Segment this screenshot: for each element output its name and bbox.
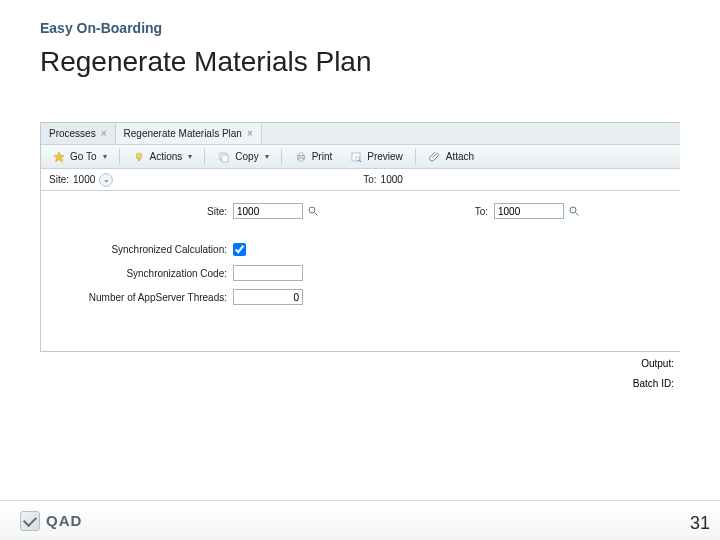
bulb-icon bbox=[132, 150, 146, 164]
svg-point-13 bbox=[570, 207, 576, 213]
slide-title: Regenerate Materials Plan bbox=[40, 46, 680, 78]
sync-code-label: Synchronization Code: bbox=[53, 268, 233, 279]
paperclip-icon bbox=[428, 150, 442, 164]
filter-to-value: 1000 bbox=[381, 174, 403, 185]
chevron-down-icon: ▾ bbox=[265, 152, 269, 161]
filter-site-label: Site: bbox=[49, 174, 69, 185]
site-label: Site: bbox=[53, 206, 233, 217]
output-labels: Output: Batch ID: bbox=[633, 358, 674, 398]
to-label: To: bbox=[450, 206, 494, 217]
batch-id-label: Batch ID: bbox=[633, 378, 674, 389]
tab-regenerate-materials-plan[interactable]: Regenerate Materials Plan × bbox=[116, 123, 262, 144]
filter-site-value: 1000 bbox=[73, 174, 95, 185]
preview-label: Preview bbox=[367, 151, 403, 162]
filter-to-label: To: bbox=[363, 174, 376, 185]
filter-bar: Site: 1000 ⌄ To: 1000 bbox=[41, 169, 680, 191]
svg-line-10 bbox=[359, 160, 361, 162]
chevron-down-icon: ▾ bbox=[188, 152, 192, 161]
preview-icon bbox=[349, 150, 363, 164]
page-number: 31 bbox=[690, 513, 710, 534]
attach-button[interactable]: Attach bbox=[421, 147, 481, 167]
tab-label: Regenerate Materials Plan bbox=[124, 128, 242, 139]
svg-point-11 bbox=[309, 207, 315, 213]
output-label: Output: bbox=[633, 358, 674, 369]
qad-logo: QAD bbox=[20, 511, 82, 531]
printer-icon bbox=[294, 150, 308, 164]
app-window: Processes × Regenerate Materials Plan × … bbox=[40, 122, 680, 352]
separator bbox=[281, 149, 282, 165]
close-icon[interactable]: × bbox=[101, 129, 107, 139]
tab-label: Processes bbox=[49, 128, 96, 139]
separator bbox=[204, 149, 205, 165]
separator bbox=[415, 149, 416, 165]
goto-button[interactable]: Go To ▾ bbox=[45, 147, 114, 167]
print-label: Print bbox=[312, 151, 333, 162]
separator bbox=[119, 149, 120, 165]
toolbar: Go To ▾ Actions ▾ Copy ▾ Print bbox=[41, 145, 680, 169]
preview-button[interactable]: Preview bbox=[342, 147, 410, 167]
actions-button[interactable]: Actions ▾ bbox=[125, 147, 200, 167]
sync-calc-checkbox[interactable] bbox=[233, 243, 246, 256]
svg-point-1 bbox=[136, 153, 142, 159]
form: Site: To: Synchronized Calculation: Sync… bbox=[41, 191, 680, 317]
svg-rect-2 bbox=[138, 159, 140, 161]
copy-button[interactable]: Copy ▾ bbox=[210, 147, 275, 167]
svg-rect-4 bbox=[222, 155, 228, 162]
to-input[interactable] bbox=[494, 203, 564, 219]
goto-label: Go To bbox=[70, 151, 97, 162]
svg-rect-7 bbox=[299, 158, 303, 161]
copy-label: Copy bbox=[235, 151, 258, 162]
lookup-icon[interactable] bbox=[306, 204, 320, 218]
svg-rect-6 bbox=[299, 153, 303, 156]
sync-code-input[interactable] bbox=[233, 265, 303, 281]
print-button[interactable]: Print bbox=[287, 147, 340, 167]
svg-line-12 bbox=[315, 213, 318, 216]
svg-marker-0 bbox=[54, 152, 64, 162]
logo-mark-icon bbox=[20, 511, 40, 531]
site-input[interactable] bbox=[233, 203, 303, 219]
slide-subtitle: Easy On-Boarding bbox=[40, 20, 680, 36]
logo-text: QAD bbox=[46, 512, 82, 529]
threads-label: Number of AppServer Threads: bbox=[53, 292, 233, 303]
sync-calc-label: Synchronized Calculation: bbox=[53, 244, 233, 255]
actions-label: Actions bbox=[150, 151, 183, 162]
svg-line-14 bbox=[576, 213, 579, 216]
lookup-icon[interactable] bbox=[567, 204, 581, 218]
threads-input[interactable] bbox=[233, 289, 303, 305]
close-icon[interactable]: × bbox=[247, 129, 253, 139]
tab-processes[interactable]: Processes × bbox=[41, 123, 116, 144]
expand-icon[interactable]: ⌄ bbox=[99, 173, 113, 187]
slide-footer: QAD bbox=[0, 500, 720, 540]
copy-icon bbox=[217, 150, 231, 164]
attach-label: Attach bbox=[446, 151, 474, 162]
tab-bar: Processes × Regenerate Materials Plan × bbox=[41, 123, 680, 145]
chevron-down-icon: ▾ bbox=[103, 152, 107, 161]
star-icon bbox=[52, 150, 66, 164]
